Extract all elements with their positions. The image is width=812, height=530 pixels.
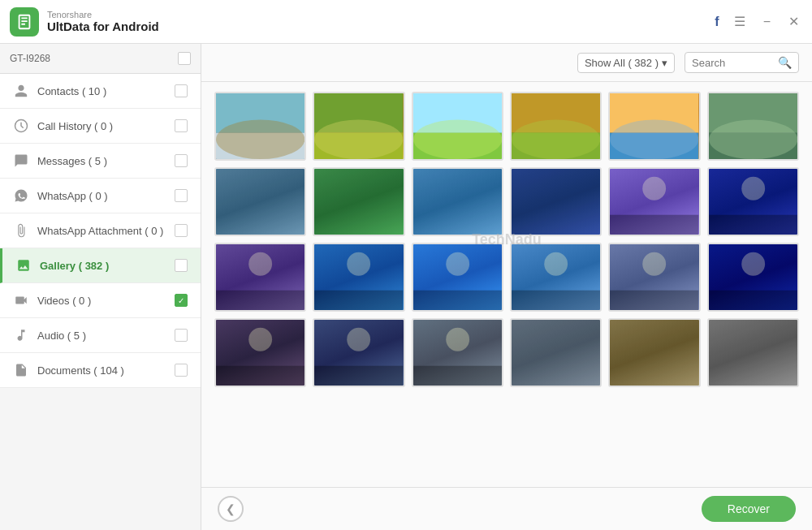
gallery-thumbnail[interactable] bbox=[608, 92, 700, 161]
app-title-group: Tenorshare UltData for Android bbox=[47, 10, 159, 33]
svg-point-12 bbox=[512, 119, 600, 159]
recover-button[interactable]: Recover bbox=[702, 496, 796, 522]
gallery-thumbnail[interactable] bbox=[707, 243, 799, 312]
svg-point-48 bbox=[248, 328, 272, 351]
sidebar-item-whatsapp-attachment[interactable]: WhatsApp Attachment ( 0 ) bbox=[0, 213, 201, 248]
facebook-icon[interactable]: f bbox=[715, 15, 719, 29]
title-bar: Tenorshare UltData for Android f ☰ − ✕ bbox=[0, 0, 812, 44]
sidebar-item-whatsapp[interactable]: WhatsApp ( 0 ) bbox=[0, 179, 201, 213]
gallery-container: TechNadu bbox=[214, 92, 799, 387]
gallery-thumbnail[interactable] bbox=[510, 243, 602, 312]
gallery-thumbnail[interactable] bbox=[707, 92, 799, 161]
gallery-thumbnail[interactable] bbox=[412, 318, 503, 387]
svg-rect-31 bbox=[216, 291, 304, 310]
gallery-thumbnail[interactable] bbox=[608, 167, 700, 236]
svg-rect-20 bbox=[314, 169, 403, 235]
gallery-thumbnail[interactable] bbox=[313, 318, 404, 387]
svg-point-39 bbox=[544, 252, 568, 276]
svg-rect-22 bbox=[512, 169, 600, 235]
search-icon[interactable]: 🔍 bbox=[778, 56, 792, 69]
back-icon: ❮ bbox=[226, 502, 235, 515]
gallery-thumbnail[interactable] bbox=[707, 167, 799, 236]
gallery-thumbnail[interactable] bbox=[510, 167, 602, 236]
svg-point-9 bbox=[413, 119, 502, 159]
whatsapp-attachment-icon bbox=[13, 222, 29, 239]
documents-label: Documents ( 104 ) bbox=[37, 364, 166, 377]
menu-button[interactable]: ☰ bbox=[731, 12, 749, 31]
sidebar-item-gallery[interactable]: Gallery ( 382 ) bbox=[0, 248, 201, 283]
svg-point-54 bbox=[446, 328, 469, 351]
show-all-button[interactable]: Show All ( 382 ) ▾ bbox=[577, 53, 675, 73]
main-content: GT-I9268 Contacts ( 10 ) Call History ( … bbox=[0, 44, 812, 530]
gallery-thumbnail[interactable] bbox=[313, 167, 404, 236]
call-history-label: Call History ( 0 ) bbox=[37, 120, 166, 132]
svg-rect-19 bbox=[216, 169, 304, 235]
gallery-thumbnail[interactable] bbox=[510, 318, 602, 387]
audio-label: Audio ( 5 ) bbox=[37, 330, 166, 342]
svg-rect-34 bbox=[314, 291, 403, 310]
svg-rect-40 bbox=[512, 291, 600, 310]
svg-point-51 bbox=[348, 328, 371, 351]
whatsapp-attachment-label: WhatsApp Attachment ( 0 ) bbox=[37, 225, 166, 237]
svg-rect-49 bbox=[216, 366, 304, 386]
gallery-thumbnail[interactable] bbox=[214, 167, 306, 236]
app-company: Tenorshare bbox=[47, 10, 159, 19]
gallery-thumbnail[interactable] bbox=[707, 318, 799, 387]
device-checkbox[interactable] bbox=[178, 52, 191, 65]
gallery-thumbnail[interactable] bbox=[412, 243, 503, 312]
documents-checkbox[interactable] bbox=[175, 364, 188, 377]
contacts-checkbox[interactable] bbox=[175, 84, 188, 97]
content-area: Show All ( 382 ) ▾ 🔍 bbox=[201, 44, 812, 530]
sidebar-item-audio[interactable]: Audio ( 5 ) bbox=[0, 318, 201, 353]
videos-icon bbox=[13, 292, 29, 308]
sidebar-item-messages[interactable]: Messages ( 5 ) bbox=[0, 144, 201, 179]
audio-checkbox[interactable] bbox=[175, 329, 188, 342]
svg-point-6 bbox=[314, 119, 403, 159]
videos-label: Videos ( 0 ) bbox=[37, 295, 166, 307]
whatsapp-label: WhatsApp ( 0 ) bbox=[37, 190, 166, 202]
search-box: 🔍 bbox=[685, 52, 799, 73]
sidebar-item-documents[interactable]: Documents ( 104 ) bbox=[0, 353, 201, 388]
show-all-label: Show All ( 382 ) bbox=[585, 57, 659, 69]
call-history-checkbox[interactable] bbox=[175, 119, 188, 132]
messages-checkbox[interactable] bbox=[175, 154, 188, 167]
device-header: GT-I9268 bbox=[0, 44, 201, 74]
gallery-thumbnail[interactable] bbox=[214, 318, 306, 387]
gallery-icon bbox=[15, 257, 32, 274]
svg-point-33 bbox=[348, 252, 371, 276]
gallery-thumbnail[interactable] bbox=[214, 243, 306, 312]
close-button[interactable]: ✕ bbox=[785, 12, 802, 31]
gallery-label: Gallery ( 382 ) bbox=[40, 260, 166, 272]
gallery-thumbnail[interactable] bbox=[412, 167, 503, 236]
sidebar-item-call-history[interactable]: Call History ( 0 ) bbox=[0, 109, 201, 144]
whatsapp-icon bbox=[13, 187, 29, 204]
contacts-label: Contacts ( 10 ) bbox=[37, 85, 166, 97]
sidebar-item-videos[interactable]: Videos ( 0 ) bbox=[0, 283, 201, 318]
back-button[interactable]: ❮ bbox=[218, 496, 244, 522]
minimize-button[interactable]: − bbox=[760, 13, 774, 31]
gallery-checkbox[interactable] bbox=[175, 259, 188, 272]
svg-point-36 bbox=[446, 252, 469, 276]
gallery-thumbnail[interactable] bbox=[313, 243, 404, 312]
contacts-icon bbox=[13, 83, 29, 99]
whatsapp-checkbox[interactable] bbox=[175, 189, 188, 202]
sidebar-item-contacts[interactable]: Contacts ( 10 ) bbox=[0, 74, 201, 109]
svg-point-30 bbox=[248, 252, 272, 276]
gallery-scroll-container: TechNadu bbox=[201, 82, 812, 487]
title-bar-left: Tenorshare UltData for Android bbox=[10, 7, 159, 37]
gallery-thumbnail[interactable] bbox=[608, 243, 700, 312]
whatsapp-attachment-checkbox[interactable] bbox=[175, 224, 188, 237]
gallery-scroll: TechNadu bbox=[201, 82, 812, 397]
documents-icon bbox=[13, 362, 29, 378]
gallery-thumbnail[interactable] bbox=[608, 318, 700, 387]
app-name: UltData for Android bbox=[47, 19, 159, 33]
videos-checkbox[interactable] bbox=[175, 294, 188, 307]
call-history-icon bbox=[13, 118, 29, 134]
gallery-thumbnail[interactable] bbox=[214, 92, 306, 161]
gallery-thumbnail[interactable] bbox=[412, 92, 503, 161]
messages-label: Messages ( 5 ) bbox=[37, 155, 166, 167]
svg-rect-52 bbox=[314, 366, 403, 386]
search-input[interactable] bbox=[692, 57, 773, 69]
gallery-thumbnail[interactable] bbox=[510, 92, 602, 161]
gallery-thumbnail[interactable] bbox=[313, 92, 404, 161]
